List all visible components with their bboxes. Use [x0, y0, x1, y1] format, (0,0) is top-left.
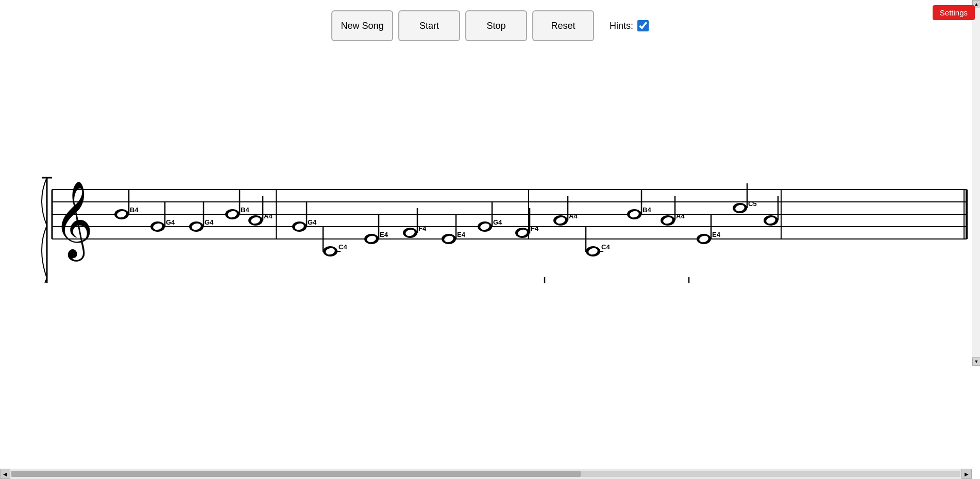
new-song-button[interactable]: New Song — [331, 10, 393, 41]
note-B4-1: B4 — [114, 190, 139, 219]
hints-area: Hints: — [610, 20, 649, 31]
svg-text:B4: B4 — [643, 206, 651, 214]
svg-text:E4: E4 — [457, 231, 466, 238]
vscroll-track[interactable] — [972, 8, 980, 357]
note-B4-2: B4 — [225, 190, 249, 219]
svg-text:C4: C4 — [601, 243, 610, 251]
start-button[interactable]: Start — [398, 10, 460, 41]
svg-text:C4: C4 — [339, 243, 347, 251]
svg-text:E4: E4 — [380, 231, 388, 238]
note-E4-3: E4 — [697, 214, 721, 244]
hints-label: Hints: — [610, 21, 633, 31]
svg-text:G4: G4 — [308, 218, 317, 226]
score-container: 𝄞 𝄢 — [8, 62, 972, 288]
note-A4-2: A4 — [553, 196, 578, 226]
scroll-track[interactable] — [11, 471, 960, 477]
svg-text:G4: G4 — [205, 218, 214, 226]
note-G4-2: G4 — [189, 202, 214, 232]
note-C4-2: C4 — [585, 227, 610, 256]
note-A4-3: A4 — [661, 196, 685, 226]
note-C4-bass-2: C4 — [688, 277, 713, 283]
note-F4-1: F4 — [403, 208, 427, 238]
vscroll-down-arrow[interactable]: ▼ — [972, 357, 980, 366]
settings-button[interactable]: Settings — [933, 5, 975, 20]
note-C4-bass-1: C4 — [544, 277, 569, 283]
scroll-right-arrow[interactable]: ▶ — [961, 469, 972, 479]
svg-text:B4: B4 — [130, 206, 139, 214]
note-A4-4 — [764, 196, 778, 226]
svg-text:A4: A4 — [676, 212, 685, 220]
scroll-thumb[interactable] — [11, 471, 581, 477]
svg-text:A4: A4 — [264, 212, 273, 220]
svg-text:E4: E4 — [712, 231, 721, 238]
note-C5-1: C5 — [733, 183, 757, 213]
hints-checkbox[interactable] — [637, 20, 649, 31]
scroll-left-arrow[interactable]: ◀ — [0, 469, 10, 479]
note-A4-1: A4 — [248, 196, 273, 226]
note-E4-1: E4 — [364, 214, 388, 244]
svg-text:A4: A4 — [569, 212, 578, 220]
svg-text:F4: F4 — [418, 225, 427, 232]
svg-text:G4: G4 — [493, 218, 502, 226]
svg-text:B4: B4 — [241, 206, 249, 214]
note-G4-4: G4 — [478, 202, 502, 232]
svg-text:F4: F4 — [531, 225, 539, 232]
note-E4-2: E4 — [442, 214, 466, 244]
svg-text:C5: C5 — [748, 200, 757, 208]
score-svg: 𝄞 𝄢 — [8, 62, 972, 283]
stop-button[interactable]: Stop — [465, 10, 527, 41]
vertical-scrollbar: ▲ ▼ — [972, 0, 980, 366]
note-C4-1: C4 — [323, 227, 347, 256]
toolbar: New Song Start Stop Reset Hints: — [0, 0, 980, 46]
note-F4-2: F4 — [515, 208, 539, 238]
horizontal-scrollbar: ◀ ▶ — [0, 469, 972, 479]
svg-text:𝄞: 𝄞 — [54, 182, 93, 262]
reset-button[interactable]: Reset — [532, 10, 594, 41]
svg-text:G4: G4 — [166, 218, 175, 226]
note-G4-1: G4 — [150, 202, 175, 232]
note-B4-3: B4 — [627, 190, 651, 219]
note-G4-3: G4 — [292, 202, 317, 232]
